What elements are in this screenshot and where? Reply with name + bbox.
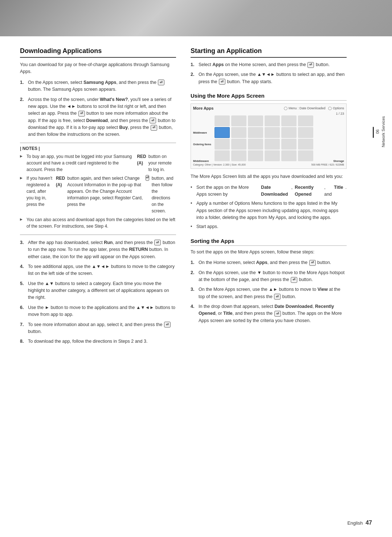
- app-tile: [281, 139, 297, 150]
- step-5: 5. Use the ▲▼ buttons to select a catego…: [20, 280, 176, 301]
- right-column: Starting an Application 1. Select Apps o…: [191, 47, 347, 353]
- bullet-2: Apply a number of Options Menu functions…: [191, 200, 347, 221]
- step-7: 7. To see more information about an app,…: [20, 321, 176, 335]
- downloading-steps-1-2: 1. On the Apps screen, select Samsung Ap…: [20, 79, 176, 138]
- screenshot-page-num: 1 / 23: [193, 112, 344, 115]
- screenshot-options: ◯ Options: [328, 106, 344, 110]
- app-tile: [298, 139, 313, 150]
- downloading-apps-title: Downloading Applications: [20, 47, 176, 58]
- screenshot-menu: ◯ Menu : Date Downloaded: [284, 106, 325, 110]
- app-tile: [298, 127, 313, 138]
- note-2: If you haven't registered a card, after …: [20, 175, 176, 214]
- enter-button-icon: ⏎: [158, 80, 164, 85]
- starting-app-title: Starting an Application: [191, 47, 347, 58]
- starting-app-section: Starting an Application 1. Select Apps o…: [191, 47, 347, 85]
- downloading-apps-intro: You can download for pay or free-of-char…: [20, 61, 176, 76]
- app-tile: [231, 115, 246, 126]
- chapter-side-label: 06 Network Services: [373, 116, 385, 147]
- enter-button-icon-12: ⏎: [274, 294, 281, 300]
- app-tile: [265, 139, 280, 150]
- enter-button-icon-6: ⏎: [154, 240, 161, 245]
- bullet-1: Sort the apps on the More Apps screen by…: [191, 184, 347, 198]
- app-tile: [248, 139, 263, 150]
- app-tile: [298, 115, 313, 126]
- app-tile: [248, 115, 263, 126]
- note-3: You can also access and download apps fr…: [20, 216, 176, 229]
- enter-button-icon-10: ⏎: [309, 260, 316, 266]
- apps-row-2: Middleware: [193, 127, 344, 138]
- sort-step-2: 2. On the Apps screen, use the ▼ button …: [191, 269, 347, 284]
- more-apps-screenshot: More Apps ◯ Menu : Date Downloaded ◯ Opt…: [191, 103, 347, 169]
- header-banner: [0, 0, 392, 36]
- enter-button-icon-11: ⏎: [291, 277, 297, 283]
- step-3: 3. After the app has downloaded, select …: [20, 239, 176, 260]
- app-tile: [281, 115, 297, 126]
- sorting-apps-title: Sorting the Apps: [191, 238, 347, 246]
- footer-app-info: Middleware Category: Other | Version: 2.…: [193, 159, 246, 166]
- screenshot-app-title: More Apps: [193, 106, 213, 110]
- enter-button-icon-9: ⏎: [219, 79, 225, 85]
- bullet-3: Start apps.: [191, 223, 347, 230]
- app-tile: [231, 139, 246, 150]
- notes-list: To buy an app, you must be logged into y…: [20, 153, 176, 229]
- start-step-2: 2. On the Apps screen, use the ▲▼◄► butt…: [191, 71, 347, 85]
- more-apps-bullets: Sort the apps on the More Apps screen by…: [191, 184, 347, 231]
- sidebar-label-3: Ordering Items: [193, 143, 213, 146]
- footer-storage-label: Storage: [311, 159, 344, 163]
- footer-storage-info: Storage 500 MB FREE / 623 / 623MB: [311, 159, 344, 166]
- step-1: 1. On the Apps screen, select Samsung Ap…: [20, 79, 176, 93]
- sort-step-3: 3. On the More Apps screen, use the ▲► b…: [191, 286, 347, 300]
- enter-button-icon-7: ⏎: [164, 322, 171, 328]
- app-tile: [281, 127, 297, 138]
- app-tile: [231, 127, 246, 138]
- chapter-text: Network Services: [381, 116, 385, 147]
- sorting-apps-section: Sorting the Apps To sort the apps on the…: [191, 238, 347, 324]
- screenshot-footer: Middleware Category: Other | Version: 2.…: [193, 159, 344, 166]
- step-8: 8. To download the app, follow the direc…: [20, 338, 176, 345]
- app-tile-selected: [215, 127, 230, 138]
- screenshot-controls: ◯ Menu : Date Downloaded ◯ Options: [284, 106, 344, 110]
- step-4: 4. To see additional apps, use the ▲▼◄► …: [20, 263, 176, 277]
- app-tile: [215, 115, 230, 126]
- starting-app-steps: 1. Select Apps on the Home screen, and t…: [191, 61, 347, 85]
- enter-button-icon-2: ⏎: [78, 111, 85, 117]
- app-tile: [215, 139, 230, 150]
- downloading-steps-3-8: 3. After the app has downloaded, select …: [20, 239, 176, 345]
- english-label: English: [347, 520, 363, 526]
- screenshot-header: More Apps ◯ Menu : Date Downloaded ◯ Opt…: [193, 106, 344, 110]
- left-column: Downloading Applications You can downloa…: [20, 47, 176, 353]
- step-6: 6. Use the ► button to move to the appli…: [20, 304, 176, 318]
- footer-app-name: Middleware: [193, 159, 246, 163]
- apps-row-1: [193, 115, 344, 126]
- apps-row-3: Ordering Items: [193, 139, 344, 150]
- start-step-1: 1. Select Apps on the Home screen, and t…: [191, 61, 347, 68]
- enter-button-icon-4: ⏎: [151, 125, 157, 131]
- sorting-apps-intro: To sort the apps on the More Apps screen…: [191, 249, 347, 256]
- more-apps-section: Using the More Apps Screen More Apps ◯ M…: [191, 93, 347, 231]
- app-tile: [265, 115, 280, 126]
- sorting-steps: 1. On the Home screen, select Apps, and …: [191, 259, 347, 324]
- sidebar-label-2: Middleware: [193, 131, 213, 134]
- notes-header: | NOTES |: [20, 146, 176, 151]
- chapter-number: 06: [375, 130, 380, 134]
- app-tile: [265, 127, 280, 138]
- app-tile: [248, 127, 263, 138]
- enter-button-icon-13: ⏎: [274, 311, 281, 317]
- footer-storage-value: 500 MB FREE / 623 / 623MB: [311, 163, 344, 166]
- enter-button-icon-3: ⏎: [150, 118, 156, 123]
- more-apps-intro: The More Apps Screen lists all the apps …: [191, 173, 347, 180]
- sort-step-4: 4. In the drop down that appears, select…: [191, 303, 347, 324]
- more-apps-title: Using the More Apps Screen: [191, 93, 347, 101]
- page-number: 47: [366, 520, 372, 526]
- enter-button-icon-8: ⏎: [307, 62, 314, 68]
- note-1: To buy an app, you must be logged into y…: [20, 153, 176, 173]
- notes-box: | NOTES | To buy an app, you must be log…: [20, 143, 176, 235]
- page-footer: English 47: [347, 520, 372, 526]
- sort-step-1: 1. On the Home screen, select Apps, and …: [191, 259, 347, 266]
- step-2: 2. Across the top of the screen, under W…: [20, 96, 176, 138]
- enter-button-icon-5: ⏎: [146, 175, 149, 181]
- footer-app-category: Category: Other | Version: 2.300 | Size:…: [193, 163, 246, 166]
